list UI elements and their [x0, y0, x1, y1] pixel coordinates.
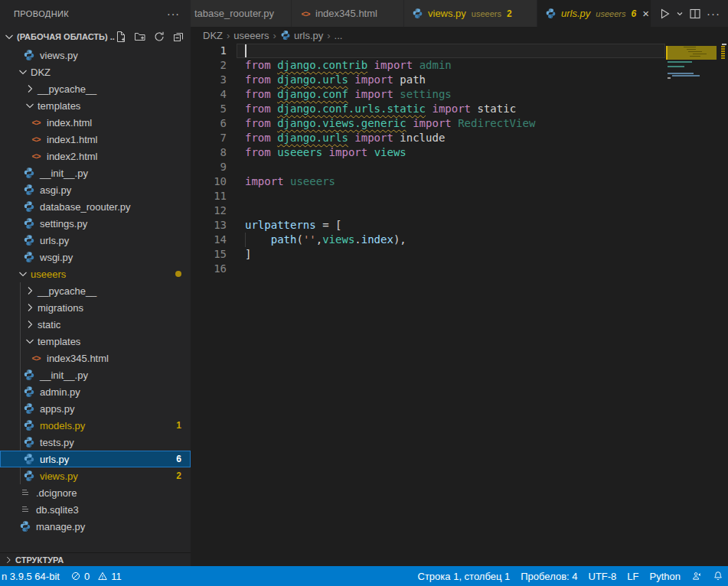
tree-item-templates[interactable]: templates [0, 97, 191, 114]
tree-item-urls.py[interactable]: urls.py [0, 232, 191, 249]
code-line[interactable] [245, 44, 666, 58]
code-line[interactable]: from django.urls import include [245, 131, 666, 145]
tree-item-DKZ[interactable]: DKZ [0, 63, 191, 80]
tree-item-useeers[interactable]: useeers [0, 265, 191, 282]
line-number[interactable]: 15 [191, 247, 227, 262]
chevron-right-icon[interactable] [24, 83, 36, 95]
code-line[interactable]: import useeers [245, 174, 666, 189]
refresh-icon[interactable] [153, 31, 165, 43]
line-number[interactable]: 5 [191, 102, 227, 116]
code-line[interactable]: path('',views.index), [245, 233, 666, 247]
workspace-section-header[interactable]: (РАБОЧАЯ ОБЛАСТЬ) ... [0, 27, 191, 47]
code-line[interactable] [245, 160, 666, 174]
tree-item-manage.py[interactable]: manage.py [0, 518, 191, 535]
tree-item-__pycache__[interactable]: __pycache__ [0, 80, 191, 97]
chevron-down-icon[interactable] [17, 268, 29, 280]
more-actions-button[interactable]: ··· [707, 7, 720, 20]
line-number[interactable]: 13 [191, 218, 227, 233]
code-line[interactable]: from django.contrib import admin [245, 58, 666, 73]
line-number[interactable]: 2 [191, 58, 227, 73]
tree-item-index345.html[interactable]: <>index345.html [0, 350, 191, 366]
line-number[interactable]: 11 [191, 189, 227, 203]
code-line[interactable]: from django.conf.urls.static import stat… [245, 102, 666, 116]
feedback-button[interactable] [686, 566, 707, 586]
overview-ruler[interactable] [720, 44, 728, 566]
line-number[interactable]: 8 [191, 145, 227, 160]
tree-item-settings.py[interactable]: settings.py [0, 215, 191, 232]
chevron-right-icon[interactable] [24, 301, 36, 314]
line-number[interactable]: 12 [191, 203, 227, 218]
line-number[interactable]: 1 [191, 44, 227, 58]
tree-item-templates[interactable]: templates [0, 333, 191, 350]
line-number[interactable]: 3 [191, 73, 227, 87]
chevron-right-icon[interactable] [24, 285, 36, 297]
cursor-position-status[interactable]: Строка 1, столбец 1 [413, 566, 516, 586]
breadcrumb-item-DKZ[interactable]: DKZ [203, 30, 223, 41]
language-mode-status[interactable]: Python [645, 566, 686, 586]
line-number[interactable]: 10 [191, 174, 227, 189]
chevron-down-icon[interactable] [17, 66, 29, 78]
code-line[interactable]: from django.conf import settings [245, 87, 666, 102]
code-line[interactable]: from django.views.generic import Redirec… [245, 116, 666, 131]
problems-status[interactable]: 0 11 [65, 566, 127, 586]
tree-item-static[interactable]: static [0, 316, 191, 333]
tree-item-index2.html[interactable]: <>index2.html [0, 148, 191, 164]
line-number[interactable]: 7 [191, 131, 227, 145]
tree-item-migrations[interactable]: migrations [0, 299, 191, 316]
tree-item-asgi.py[interactable]: asgi.py [0, 181, 191, 198]
tab-index345.html[interactable]: <>index345.html [292, 0, 404, 27]
line-number[interactable]: 9 [191, 160, 227, 174]
tree-item-wsgi.py[interactable]: wsgi.py [0, 249, 191, 265]
tab-urls.py[interactable]: urls.pyuseeers6× [537, 0, 651, 27]
tab-tabase_roouter.py[interactable]: tabase_roouter.py [191, 0, 292, 27]
line-number[interactable]: 16 [191, 262, 227, 276]
code-lines[interactable]: from django.contrib import adminfrom dja… [245, 44, 666, 276]
tree-item-__init__.py[interactable]: __init__.py [0, 366, 191, 383]
line-number[interactable]: 14 [191, 233, 227, 247]
code-line[interactable]: from useeers import views [245, 145, 666, 160]
tree-item-views.py[interactable]: views.py [0, 47, 191, 63]
breadcrumb-item-useeers[interactable]: useeers [233, 30, 269, 41]
close-icon[interactable]: × [642, 8, 649, 19]
outline-section-header[interactable]: СТРУКТУРА [0, 552, 191, 566]
breadcrumb-item-urls.py[interactable]: urls.py [280, 30, 323, 41]
line-number-gutter[interactable]: 12345678910111213141516 [191, 44, 227, 276]
tree-item-.dcignore[interactable]: .dcignore [0, 484, 191, 501]
breadcrumb-item-...[interactable]: ... [335, 30, 343, 41]
notifications-button[interactable] [707, 566, 728, 586]
tree-item-index.html[interactable]: <>index.html [0, 114, 191, 131]
code-line[interactable]: from django.urls import path [245, 73, 666, 87]
tree-item-models.py[interactable]: models.py1 [0, 417, 191, 434]
tree-item-views.py[interactable]: views.py2 [0, 467, 191, 484]
code-line[interactable]: ] [245, 247, 666, 262]
code-line[interactable] [245, 189, 666, 203]
tree-item-admin.py[interactable]: admin.py [0, 383, 191, 400]
tree-item-index1.html[interactable]: <>index1.html [0, 131, 191, 148]
tree-item-database_roouter.py[interactable]: database_roouter.py [0, 198, 191, 215]
split-editor-button-split-icon[interactable] [689, 8, 701, 20]
python-version-status[interactable]: n 3.9.5 64-bit [0, 566, 65, 586]
run-button-play-icon[interactable] [658, 8, 671, 20]
tree-item-__init__.py[interactable]: __init__.py [0, 164, 191, 181]
chevron-down-icon[interactable] [24, 99, 36, 112]
code-editor[interactable]: 12345678910111213141516 from django.cont… [191, 44, 728, 566]
new-folder-icon[interactable] [134, 31, 146, 43]
line-number[interactable]: 6 [191, 116, 227, 131]
explorer-more-icon[interactable]: ··· [167, 8, 180, 20]
code-line[interactable]: urlpatterns = [ [245, 218, 666, 233]
eol-status[interactable]: LF [622, 566, 644, 586]
chevron-down-icon[interactable] [24, 335, 36, 347]
tree-item-urls.py[interactable]: urls.py6 [0, 451, 191, 467]
tab-views.py[interactable]: views.pyuseeers2 [404, 0, 537, 27]
collapse-all-icon[interactable] [172, 31, 184, 43]
tree-item-db.sqlite3[interactable]: db.sqlite3 [0, 501, 191, 518]
tree-item-__pycache__[interactable]: __pycache__ [0, 282, 191, 299]
tree-item-apps.py[interactable]: apps.py [0, 400, 191, 417]
code-line[interactable] [245, 203, 666, 218]
code-line[interactable] [245, 262, 666, 276]
run-dropdown-chev-small-icon[interactable] [676, 10, 684, 18]
new-file-icon[interactable] [115, 31, 127, 43]
tree-item-tests.py[interactable]: tests.py [0, 434, 191, 451]
minimap[interactable] [666, 44, 717, 566]
indentation-status[interactable]: Пробелов: 4 [515, 566, 583, 586]
